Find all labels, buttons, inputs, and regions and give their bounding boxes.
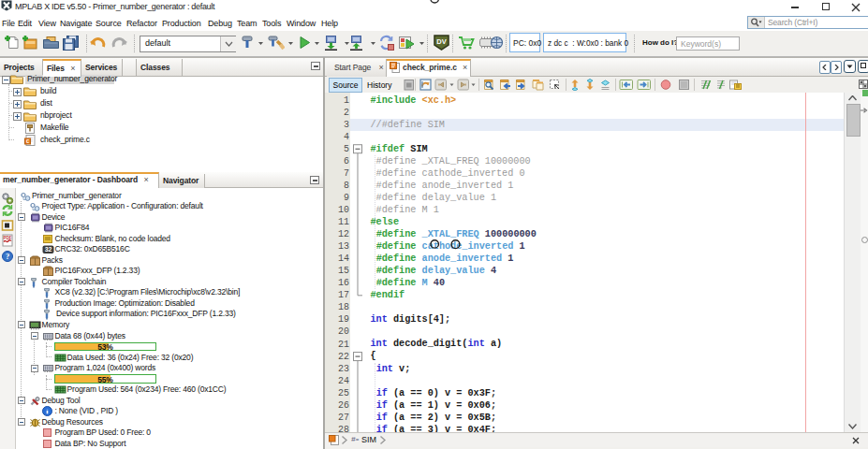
svg-text:DV: DV [436,37,446,46]
svg-text:32: 32 [45,246,52,253]
